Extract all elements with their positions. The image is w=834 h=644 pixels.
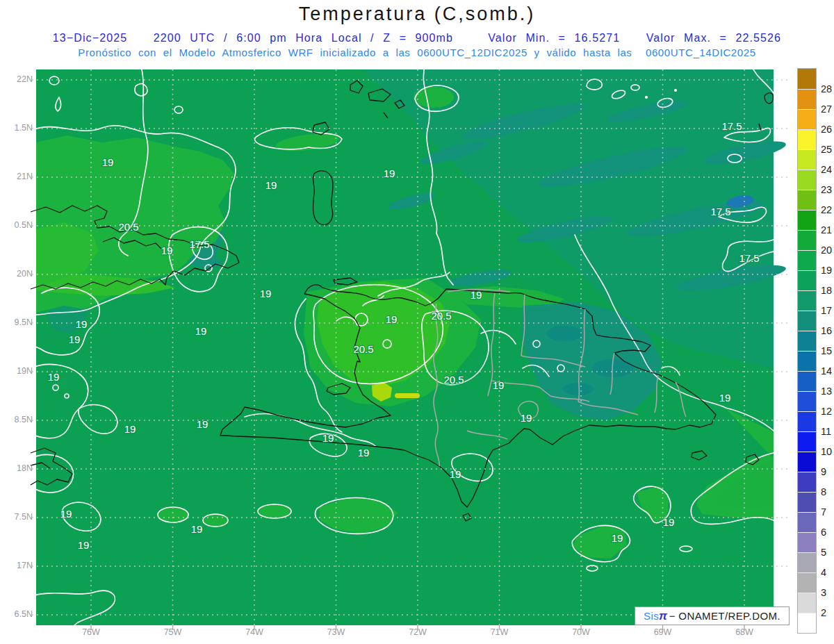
contour-label: 19 xyxy=(195,325,207,337)
contour-label: 19 xyxy=(161,245,173,256)
lat-tick-label: 0.5N xyxy=(0,220,33,230)
colorbar-segment xyxy=(798,230,816,250)
colorbar-segment xyxy=(798,492,816,512)
colorbar-segment xyxy=(798,129,816,149)
lat-tick-label: 1.5N xyxy=(0,123,33,133)
contour-label: 19 xyxy=(265,179,277,191)
contour-label: 19 xyxy=(197,418,208,430)
contour-label: 19 xyxy=(260,288,272,299)
colorbar-tick-label: 13 xyxy=(821,386,834,397)
colorbar-segment xyxy=(798,270,816,290)
contour-label: 19 xyxy=(663,516,675,528)
lon-tick-label: 69W xyxy=(647,627,679,637)
colorbar-tick-label: 19 xyxy=(821,265,834,276)
lat-tick-label: 19N xyxy=(0,366,33,376)
colorbar-tick-label: 15 xyxy=(821,345,834,356)
colorbar-tick-label: 2 xyxy=(821,607,834,618)
contour-label: 20.5 xyxy=(353,343,373,355)
colorbar-segment xyxy=(798,512,816,532)
colorbar-tick-label: 27 xyxy=(821,104,834,115)
colorbar-tick-label: 5 xyxy=(821,547,834,558)
weather-map-page: Temperatura (C,somb.) 13−Dic−2025 2200 U… xyxy=(0,0,834,644)
subtitle-valid-time: 13−Dic−2025 2200 UTC / 6:00 pm Hora Loca… xyxy=(0,32,834,44)
colorbar-segment xyxy=(798,472,816,492)
colorbar xyxy=(798,69,816,633)
page-title: Temperatura (C,somb.) xyxy=(0,3,834,25)
colorbar-segment xyxy=(798,290,816,311)
temperature-map: 19191920.51917.51919191917.517.517.51920… xyxy=(36,69,774,625)
yellow-sliver xyxy=(395,393,420,398)
colorbar-segment xyxy=(798,351,816,371)
lat-tick-label: 18N xyxy=(0,463,33,473)
colorbar-segment xyxy=(798,572,816,593)
colorbar-segment xyxy=(798,149,816,170)
colorbar-tick-label: 7 xyxy=(821,506,834,518)
colorbar-tick-label: 17 xyxy=(821,305,834,316)
colorbar-segment xyxy=(798,593,816,613)
lon-tick-label: 73W xyxy=(320,627,352,637)
colorbar-segment xyxy=(798,613,816,633)
contour-label: 19 xyxy=(69,333,81,345)
colorbar-segment xyxy=(798,532,816,552)
lon-tick-label: 68W xyxy=(728,627,760,637)
lon-tick-label: 71W xyxy=(484,627,516,637)
contour-label: 19 xyxy=(48,371,60,383)
colorbar-tick-label: 24 xyxy=(821,164,834,175)
lat-tick-label: 17N xyxy=(0,561,33,570)
lon-tick-label: 74W xyxy=(238,627,270,637)
contour-label: 19 xyxy=(471,289,482,301)
contour-label: 19 xyxy=(384,167,395,179)
contour-label: 19 xyxy=(60,508,72,520)
colorbar-tick-label: 28 xyxy=(821,83,834,94)
lat-tick-label: 9.5N xyxy=(0,317,33,327)
contour-label: 19 xyxy=(719,392,731,404)
colorbar-tick-label: 10 xyxy=(821,446,834,457)
colorbar-segment xyxy=(798,452,816,472)
sispi-pi-symbol: π xyxy=(659,609,668,623)
colorbar-tick-label: 9 xyxy=(821,466,834,477)
colorbar-segment xyxy=(798,552,816,572)
colorbar-tick-label: 25 xyxy=(821,144,834,155)
lon-tick-label: 70W xyxy=(565,627,597,637)
colorbar-segment xyxy=(798,210,816,230)
credit-text: − ONAMET/REP.DOM. xyxy=(669,610,780,622)
contour-label: 19 xyxy=(386,313,398,325)
colorbar-segment xyxy=(798,69,816,89)
lat-tick-label: 6.5N xyxy=(0,609,33,619)
contour-label: 19 xyxy=(612,532,623,544)
contour-label: 17.5 xyxy=(721,120,742,132)
contour-label: 17.5 xyxy=(739,252,759,264)
colorbar-tick-label: 26 xyxy=(821,124,834,135)
contour-label: 20.5 xyxy=(443,374,464,386)
colorbar-tick-label: 11 xyxy=(821,426,834,437)
lon-tick-label: 72W xyxy=(402,627,434,637)
contour-label: 19 xyxy=(124,423,136,435)
lat-tick-label: 22N xyxy=(0,74,33,84)
sispi-brand: Sis xyxy=(644,610,659,622)
colorbar-segment xyxy=(798,311,816,331)
colorbar-segment xyxy=(798,89,816,109)
colorbar-segment xyxy=(798,190,816,210)
lat-tick-label: 8.5N xyxy=(0,415,33,424)
lat-tick-label: 20N xyxy=(0,269,33,279)
colorbar-segment xyxy=(798,109,816,129)
lon-tick-label: 75W xyxy=(157,627,189,637)
colorbar-segment xyxy=(798,331,816,351)
contour-label: 19 xyxy=(322,432,334,444)
contour-label: 20.5 xyxy=(118,221,138,233)
contour-label: 17.5 xyxy=(189,238,209,250)
contour-label: 19 xyxy=(191,523,203,535)
contour-label: 19 xyxy=(102,156,114,168)
colorbar-tick-label: 6 xyxy=(821,527,834,538)
colorbar-tick-label: 20 xyxy=(821,245,834,256)
subtitle-model-info: Pronóstico con el Modelo Atmosferico WRF… xyxy=(0,47,834,58)
lat-tick-label: 21N xyxy=(0,172,33,181)
colorbar-tick-label: 8 xyxy=(821,486,834,497)
lon-tick-label: 76W xyxy=(75,627,107,637)
colorbar-tick-label: 21 xyxy=(821,224,834,236)
colorbar-segment xyxy=(798,431,816,452)
colorbar-tick-label: 4 xyxy=(821,567,834,578)
contour-label: 19 xyxy=(358,447,370,459)
colorbar-tick-label: 16 xyxy=(821,325,834,336)
colorbar-tick-label: 3 xyxy=(821,587,834,598)
